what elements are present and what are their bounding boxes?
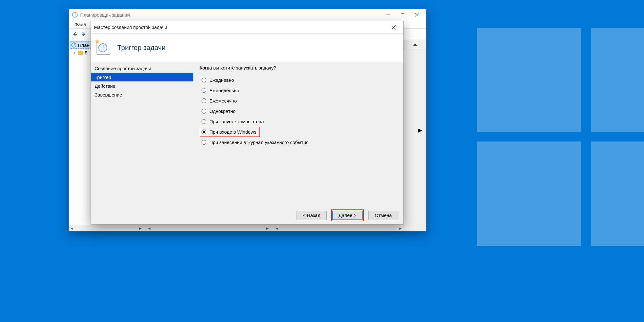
scroll-right-icon[interactable]: ▸ bbox=[397, 225, 403, 231]
desktop-decor bbox=[591, 142, 644, 246]
step-action[interactable]: Действие bbox=[91, 81, 193, 90]
radio-weekly[interactable]: Еженедельно bbox=[200, 85, 397, 96]
scroll-left-icon[interactable]: ◂ bbox=[274, 225, 280, 231]
radio-startup[interactable]: При запуске компьютера bbox=[200, 116, 397, 127]
titlebar[interactable]: Планировщик заданий bbox=[69, 9, 426, 20]
radio-icon bbox=[202, 130, 206, 134]
wizard-content: Когда вы хотите запускать задачу? Ежедне… bbox=[193, 62, 403, 206]
chevron-right-icon[interactable]: ▶ bbox=[418, 127, 422, 134]
clock-icon bbox=[72, 12, 78, 18]
radio-icon bbox=[202, 78, 206, 82]
wizard-steps: Создание простой задачи Триггер Действие… bbox=[91, 62, 193, 206]
step-create[interactable]: Создание простой задачи bbox=[91, 64, 193, 73]
wizard-footer: < Назад Далее > Отмена bbox=[91, 206, 403, 224]
radio-icon bbox=[202, 119, 206, 124]
radio-once[interactable]: Однократно bbox=[200, 106, 397, 116]
step-finish[interactable]: Завершение bbox=[91, 90, 193, 99]
tree-root-label: План bbox=[78, 42, 89, 48]
highlighted-option: При входе в Windows bbox=[200, 127, 260, 137]
scroll-left-icon[interactable]: ◂ bbox=[69, 225, 75, 231]
step-trigger[interactable]: Триггер bbox=[91, 73, 193, 81]
desktop-decor bbox=[477, 142, 581, 246]
wizard-heading: Триггер задачи bbox=[117, 44, 166, 52]
chevron-right-icon[interactable]: › bbox=[73, 50, 76, 55]
dialog-titlebar[interactable]: Мастер создания простой задачи bbox=[91, 21, 403, 34]
tree-library-label: Б bbox=[85, 50, 88, 55]
radio-daily[interactable]: Ежедневно bbox=[200, 75, 397, 85]
next-button[interactable]: Далее > bbox=[332, 211, 363, 220]
scroll-left-icon[interactable]: ◂ bbox=[146, 225, 153, 231]
back-button[interactable]: < Назад bbox=[297, 211, 327, 220]
cancel-button[interactable]: Отмена bbox=[368, 211, 398, 220]
radio-event[interactable]: При занесении в журнал указанного событи… bbox=[200, 137, 397, 147]
window-title: Планировщик заданий bbox=[80, 12, 381, 18]
scrollbar-horizontal[interactable]: ◂ ▸ bbox=[146, 225, 271, 231]
desktop-decor bbox=[477, 28, 581, 132]
trigger-question: Когда вы хотите запускать задачу? bbox=[200, 65, 397, 70]
nav-forward-button[interactable] bbox=[80, 30, 88, 38]
clock-icon bbox=[71, 42, 76, 47]
triangle-up-icon bbox=[413, 43, 417, 46]
radio-monthly[interactable]: Ежемесячно bbox=[200, 96, 397, 106]
nav-back-button[interactable] bbox=[71, 30, 79, 38]
maximize-button[interactable] bbox=[395, 10, 410, 20]
create-basic-task-wizard: Мастер создания простой задачи Триггер з… bbox=[91, 21, 404, 225]
minimize-button[interactable] bbox=[381, 10, 395, 20]
menu-file[interactable]: Файл bbox=[71, 21, 89, 28]
radio-logon[interactable]: При входе в Windows bbox=[202, 129, 256, 135]
actions-collapse-button[interactable] bbox=[404, 40, 426, 49]
scrollbar-horizontal[interactable]: ◂ ▸ bbox=[69, 225, 144, 231]
radio-icon bbox=[202, 109, 206, 114]
radio-icon bbox=[202, 140, 206, 145]
folder-icon bbox=[78, 50, 83, 55]
wizard-header: Триггер задачи bbox=[91, 34, 403, 62]
scroll-right-icon[interactable]: ▸ bbox=[264, 225, 271, 231]
scrollbar-horizontal[interactable]: ◂ ▸ bbox=[274, 225, 403, 231]
radio-icon bbox=[202, 88, 206, 93]
svg-rect-1 bbox=[401, 14, 404, 16]
radio-icon bbox=[202, 98, 206, 103]
dialog-title: Мастер создания простой задачи bbox=[94, 25, 387, 30]
task-icon bbox=[97, 41, 110, 55]
close-button[interactable] bbox=[387, 23, 400, 32]
scroll-right-icon[interactable]: ▸ bbox=[137, 225, 144, 231]
highlighted-button: Далее > bbox=[331, 209, 364, 221]
close-button[interactable] bbox=[410, 10, 424, 20]
desktop-decor bbox=[591, 28, 644, 132]
